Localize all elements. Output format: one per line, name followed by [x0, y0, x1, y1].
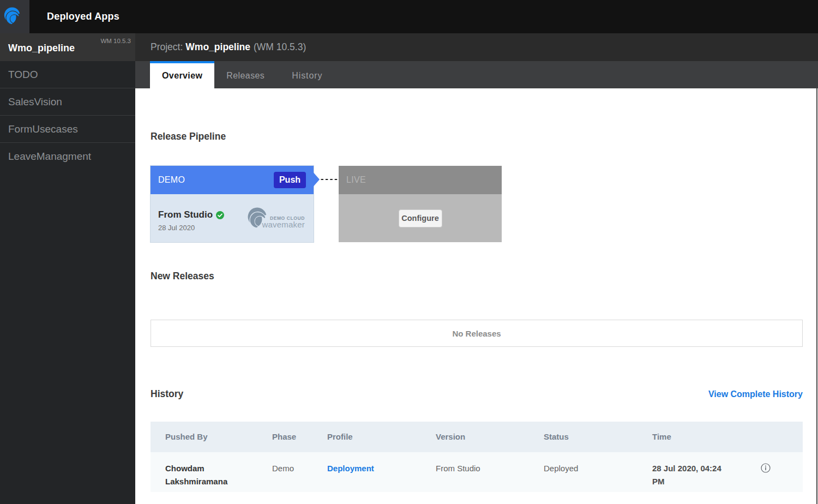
project-header: Project: Wmo_pipeline (WM 10.5.3) — [135, 33, 818, 61]
tab-releases[interactable]: Releases — [214, 61, 276, 88]
history-header-row: History View Complete History — [151, 388, 803, 400]
tab-label: History — [292, 71, 322, 81]
release-pipeline: DEMO Push From Studio 28 Jul 2020 — [151, 166, 803, 242]
col-pushed-by: Pushed By — [151, 422, 257, 452]
cell-actions — [738, 452, 803, 492]
sidebar-item-wmo-pipeline[interactable]: WM 10.5.3 Wmo_pipeline — [0, 33, 135, 61]
tab-overview[interactable]: Overview — [150, 61, 214, 88]
history-heading: History — [151, 388, 183, 400]
app-title: Deployed Apps — [47, 0, 119, 33]
demo-stage-card: DEMO Push From Studio 28 Jul 2020 — [151, 166, 314, 242]
tab-label: Overview — [162, 71, 202, 81]
live-stage-body: Configure — [339, 194, 502, 242]
col-status: Status — [529, 422, 637, 452]
project-name: Wmo_pipeline — [185, 41, 250, 53]
col-version: Version — [421, 422, 529, 452]
success-check-icon — [216, 211, 224, 219]
release-info: From Studio 28 Jul 2020 — [158, 209, 224, 232]
cell-status: Deployed — [529, 452, 637, 492]
project-version: (WM 10.5.3) — [254, 41, 306, 53]
sidebar-item-label: Wmo_pipeline — [8, 43, 75, 54]
view-complete-history-link[interactable]: View Complete History — [708, 389, 803, 399]
history-table: Pushed By Phase Profile Version Status T… — [151, 422, 803, 492]
sidebar-item-label: TODO — [8, 69, 38, 81]
col-phase: Phase — [257, 422, 312, 452]
connector-arrow-icon — [314, 170, 339, 189]
wavemaker-logo-box[interactable] — [0, 0, 29, 33]
no-releases-text: No Releases — [452, 329, 501, 338]
tab-label: Releases — [226, 71, 264, 81]
push-button[interactable]: Push — [274, 172, 306, 188]
cell-version: From Studio — [421, 452, 529, 492]
sidebar: WM 10.5.3 Wmo_pipeline TODO SalesVision … — [0, 33, 135, 504]
pipeline-connector — [314, 166, 339, 242]
col-profile: Profile — [312, 422, 421, 452]
demo-stage-name: DEMO — [158, 175, 185, 185]
sidebar-item-todo[interactable]: TODO — [0, 61, 135, 88]
col-time: Time — [637, 422, 738, 452]
info-icon[interactable] — [761, 463, 771, 473]
live-stage-card: LIVE Configure — [339, 166, 502, 242]
tab-bar: Overview Releases History — [135, 61, 818, 88]
brand-wavemaker-label: wavemaker — [262, 220, 305, 229]
new-releases-heading: New Releases — [151, 271, 803, 282]
project-label: Project: — [151, 41, 183, 53]
live-stage-header: LIVE — [339, 166, 502, 194]
configure-button[interactable]: Configure — [399, 209, 442, 227]
cell-pushed-by: Chowdam Lakshmiramana — [151, 452, 257, 492]
sidebar-item-leavemanagment[interactable]: LeaveManagment — [0, 143, 135, 170]
scrollbar[interactable] — [816, 88, 817, 504]
live-stage-name: LIVE — [346, 175, 366, 185]
cell-time: 28 Jul 2020, 04:24 PM — [637, 452, 738, 492]
table-row: Chowdam Lakshmiramana Demo Deployment Fr… — [151, 452, 803, 492]
sidebar-item-formusecases[interactable]: FormUsecases — [0, 116, 135, 143]
no-releases-box: No Releases — [151, 320, 803, 347]
sidebar-item-label: SalesVision — [8, 96, 62, 108]
cell-phase: Demo — [257, 452, 312, 492]
top-bar: Deployed Apps — [0, 0, 818, 33]
demo-stage-body: From Studio 28 Jul 2020 DEMO CLOUD — [151, 194, 314, 242]
release-pipeline-heading: Release Pipeline — [151, 131, 803, 142]
project-version-badge: WM 10.5.3 — [100, 38, 131, 44]
release-version-label: From Studio — [158, 209, 213, 220]
sidebar-item-salesvision[interactable]: SalesVision — [0, 88, 135, 116]
col-actions — [738, 422, 803, 452]
wavemaker-logo-icon — [4, 7, 21, 25]
table-header-row: Pushed By Phase Profile Version Status T… — [151, 422, 803, 452]
tab-history[interactable]: History — [280, 61, 334, 88]
wavemaker-cloud-brand: DEMO CLOUD wavemaker — [248, 207, 305, 229]
demo-stage-header: DEMO Push — [151, 166, 314, 194]
sidebar-item-label: LeaveManagment — [8, 151, 91, 163]
cell-profile-link[interactable]: Deployment — [312, 452, 421, 492]
sidebar-item-label: FormUsecases — [8, 123, 78, 135]
release-date: 28 Jul 2020 — [158, 224, 224, 232]
content-area: Release Pipeline DEMO Push From Studio — [135, 88, 818, 504]
